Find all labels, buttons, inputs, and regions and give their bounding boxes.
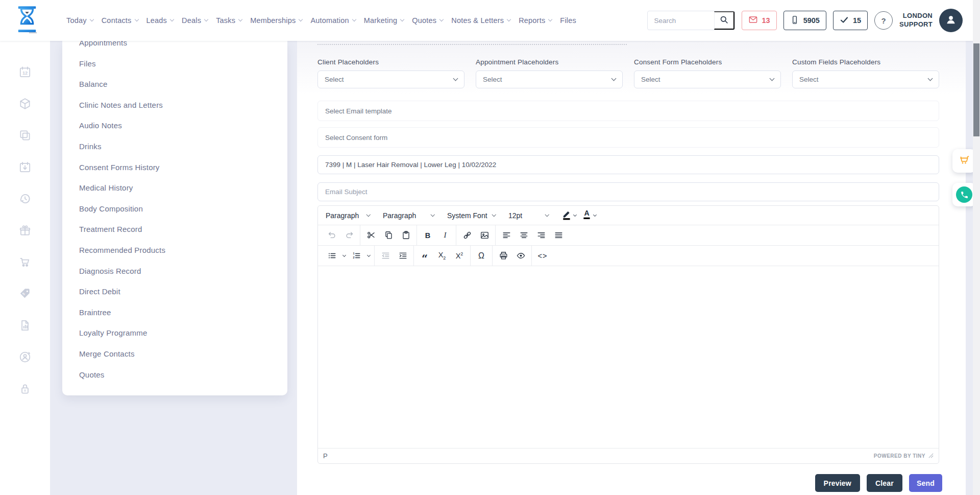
background-color-button[interactable] — [560, 208, 578, 223]
preview-send-button[interactable]: Preview — [815, 474, 860, 492]
chevron-down-icon — [611, 76, 617, 81]
scrollbar-thumb[interactable] — [973, 43, 979, 136]
italic-button[interactable]: I — [437, 228, 453, 243]
report-icon[interactable] — [18, 319, 32, 332]
calendar-arrow-icon[interactable] — [18, 160, 32, 174]
block-format-select[interactable]: Paragraph — [378, 208, 438, 223]
style-select[interactable]: Paragraph — [321, 208, 374, 223]
superscript-button[interactable]: X2 — [451, 248, 468, 264]
redo-button[interactable] — [341, 228, 357, 243]
email-template-select[interactable]: Select Email template — [317, 101, 939, 121]
tasks-badge[interactable]: 15 — [833, 11, 868, 30]
text-color-button[interactable]: A — [581, 208, 598, 223]
subscript-button[interactable]: X2 — [434, 248, 450, 264]
send-button[interactable]: Send — [909, 474, 942, 492]
nav-item-reports[interactable]: Reports — [519, 16, 552, 25]
menu-item-body-composition[interactable]: Body Composition — [62, 199, 287, 220]
nav-item-quotes[interactable]: Quotes — [412, 16, 443, 25]
script-group: “ X2 X2 — [414, 246, 471, 266]
placeholder-select-custom-fields-placeholders[interactable]: Select — [792, 70, 939, 88]
nav-item-tasks[interactable]: Tasks — [216, 16, 242, 25]
cut-button[interactable] — [363, 228, 379, 243]
menu-item-consent-forms-history[interactable]: Consent Forms History — [62, 157, 287, 178]
subject-value-input[interactable] — [317, 155, 939, 174]
menu-item-treatment-record[interactable]: Treatment Record — [62, 219, 287, 240]
numbered-list-menu-button[interactable] — [365, 248, 372, 264]
menu-item-direct-debit[interactable]: Direct Debit — [62, 281, 287, 302]
gift-icon[interactable] — [18, 224, 32, 237]
cart-icon[interactable] — [18, 255, 32, 269]
copy-icon[interactable] — [18, 129, 32, 142]
menu-item-braintree[interactable]: Braintree — [62, 302, 287, 323]
outdent-button[interactable] — [377, 248, 394, 264]
avatar[interactable] — [939, 9, 963, 32]
editor-body[interactable] — [318, 266, 939, 448]
menu-item-diagnosis-record[interactable]: Diagnosis Record — [62, 261, 287, 282]
app-logo[interactable] — [15, 5, 39, 36]
nav-item-deals[interactable]: Deals — [182, 16, 208, 25]
copy-button[interactable] — [380, 228, 397, 243]
align-right-button[interactable] — [533, 228, 549, 243]
menu-item-drinks[interactable]: Drinks — [62, 136, 287, 157]
element-path-button[interactable]: P — [323, 452, 328, 460]
phone-badge[interactable]: 5905 — [783, 11, 826, 30]
bullet-list-button[interactable] — [324, 248, 340, 264]
nav-item-contacts[interactable]: Contacts — [102, 16, 138, 25]
nav-item-notes-letters[interactable]: Notes & Letters — [451, 16, 510, 25]
highlight-pen-icon — [561, 209, 571, 222]
menu-item-loyalty-programme[interactable]: Loyalty Programme — [62, 323, 287, 344]
search-input[interactable] — [648, 17, 714, 25]
menu-item-medical-history[interactable]: Medical History — [62, 178, 287, 199]
align-justify-button[interactable] — [550, 228, 567, 243]
menu-item-clinic-notes-and-letters[interactable]: Clinic Notes and Letters — [62, 95, 287, 116]
price-tag-icon[interactable]: $ — [18, 287, 32, 300]
consent-form-select[interactable]: Select Consent form — [317, 127, 939, 148]
special-character-button[interactable]: Ω — [473, 248, 489, 264]
placeholder-select-client-placeholders[interactable]: Select — [317, 70, 464, 88]
font-family-select[interactable]: System Font — [443, 208, 500, 223]
menu-item-balance[interactable]: Balance — [62, 74, 287, 95]
bullet-list-menu-button[interactable] — [340, 248, 348, 264]
history-icon[interactable] — [18, 192, 32, 205]
menu-item-quotes[interactable]: Quotes — [62, 365, 287, 386]
menu-item-audio-notes[interactable]: Audio Notes — [62, 115, 287, 136]
search-button[interactable] — [714, 11, 734, 30]
image-button[interactable] — [476, 228, 493, 243]
print-button[interactable] — [495, 248, 511, 264]
paste-button[interactable] — [398, 228, 414, 243]
undo-button[interactable] — [324, 228, 340, 243]
source-code-button[interactable]: <> — [534, 248, 551, 264]
blockquote-button[interactable]: “ — [416, 248, 433, 264]
nav-item-files[interactable]: Files — [560, 16, 576, 25]
placeholder-select-appointment-placeholders[interactable]: Select — [476, 70, 623, 88]
calendar-icon[interactable]: 12 — [18, 65, 32, 79]
package-icon[interactable] — [18, 97, 32, 110]
scrollbar-track[interactable] — [973, 0, 980, 495]
menu-item-merge-contacts[interactable]: Merge Contacts — [62, 344, 287, 365]
menu-item-appointments[interactable]: Appointments — [62, 41, 287, 54]
nav-item-memberships[interactable]: Memberships — [250, 16, 302, 25]
help-button[interactable]: ? — [874, 11, 893, 30]
preview-button[interactable] — [512, 248, 529, 264]
align-center-button[interactable] — [516, 228, 532, 243]
resize-handle-icon[interactable] — [928, 453, 934, 459]
bold-button[interactable]: B — [420, 228, 436, 243]
user-sync-icon[interactable] — [18, 350, 32, 364]
menu-item-files[interactable]: Files — [62, 54, 287, 75]
font-size-select[interactable]: 12pt — [504, 208, 553, 223]
email-subject-input[interactable] — [317, 182, 939, 201]
list-group: 12 — [321, 246, 375, 266]
nav-item-today[interactable]: Today — [66, 16, 93, 25]
indent-button[interactable] — [395, 248, 411, 264]
mail-badge[interactable]: 13 — [742, 11, 777, 30]
nav-item-marketing[interactable]: Marketing — [364, 16, 404, 25]
placeholder-select-consent-form-placeholders[interactable]: Select — [634, 70, 781, 88]
clear-button[interactable]: Clear — [867, 474, 902, 492]
menu-item-recommended-products[interactable]: Recommended Products — [62, 240, 287, 261]
align-left-button[interactable] — [498, 228, 514, 243]
nav-item-leads[interactable]: Leads — [146, 16, 174, 25]
link-button[interactable] — [459, 228, 475, 243]
numbered-list-button[interactable]: 12 — [348, 248, 364, 264]
nav-item-automation[interactable]: Automation — [310, 16, 355, 25]
lock-icon[interactable] — [18, 382, 32, 395]
